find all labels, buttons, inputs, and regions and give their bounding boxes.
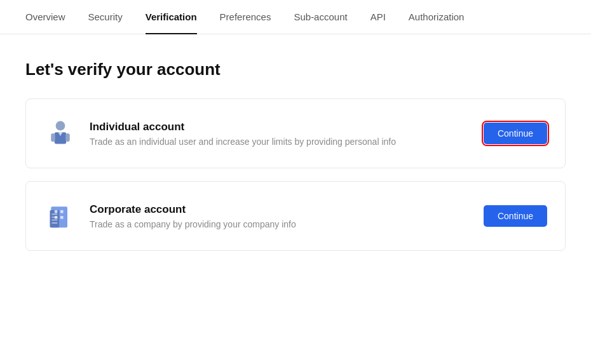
svg-rect-9 [60,210,64,213]
svg-rect-2 [51,133,55,142]
svg-rect-15 [51,222,57,224]
corporate-account-card: Corporate account Trade as a company by … [25,181,566,251]
nav-item-overview[interactable]: Overview [25,0,65,34]
individual-account-icon [44,117,77,150]
corporate-account-desc: Trade as a company by providing your com… [90,219,471,229]
svg-rect-13 [51,217,57,218]
individual-account-desc: Trade as an individual user and increase… [90,137,471,147]
nav-item-api[interactable]: API [370,0,386,34]
nav-item-preferences[interactable]: Preferences [220,0,271,34]
svg-rect-8 [55,210,58,213]
individual-account-title: Individual account [90,121,471,133]
individual-account-text: Individual account Trade as an individua… [90,121,471,147]
page-title: Let's verify your account [25,60,566,79]
svg-rect-14 [51,220,57,221]
individual-continue-button[interactable]: Continue [484,123,547,144]
main-content: Let's verify your account Individu [0,34,591,289]
svg-rect-12 [51,213,57,215]
corporate-account-text: Corporate account Trade as a company by … [90,203,471,229]
nav-item-subaccount[interactable]: Sub-account [294,0,347,34]
corporate-continue-button[interactable]: Continue [484,205,547,227]
svg-rect-7 [50,210,60,228]
individual-account-card: Individual account Trade as an individua… [25,98,566,168]
svg-rect-3 [65,133,69,142]
corporate-account-title: Corporate account [90,203,471,216]
corporate-account-icon [44,199,77,233]
svg-point-0 [56,121,65,131]
svg-rect-11 [60,216,64,219]
nav-item-authorization[interactable]: Authorization [409,0,465,34]
nav-item-security[interactable]: Security [88,0,123,34]
nav-item-verification[interactable]: Verification [146,0,197,34]
nav-bar: Overview Security Verification Preferenc… [0,0,591,34]
